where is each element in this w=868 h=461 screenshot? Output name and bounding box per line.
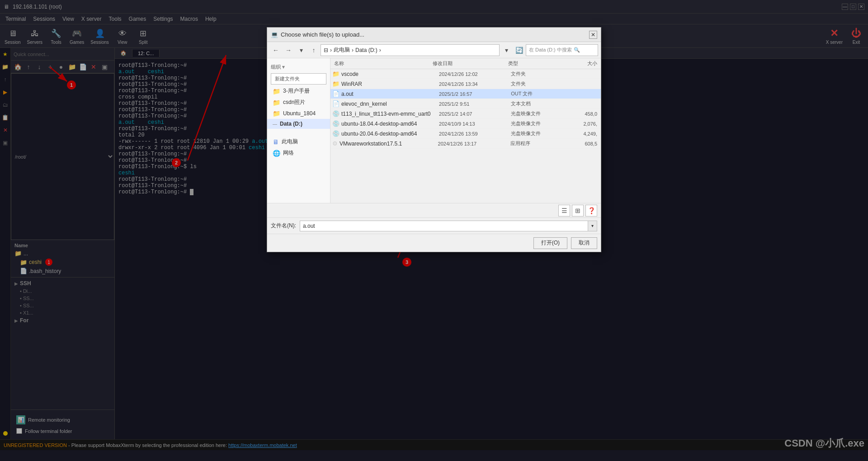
dialog-search-text: 在 Data (D:) 中搜索 [529,47,572,53]
col-header-date[interactable]: 修改日期 [429,58,505,69]
filetype-elevoc: 文本文档 [511,100,559,107]
file-icon-elevoc: 📄 [332,100,340,107]
filetype-winrar: 文件夹 [511,80,559,87]
filedate-elevoc: 2025/1/2 9:51 [439,101,511,107]
dialog-sidebar: 组织 ▾ 新建文件夹 📁 3-用户手册 📁 csdn照片 📁 Ubuntu_18… [267,58,330,203]
filesize-vmware: 608,5 [559,141,601,146]
filetype-vmware: 应用程序 [510,140,559,147]
file-icon-t113: 💿 [332,110,340,117]
filedate-aout: 2025/1/2 16:57 [439,91,511,97]
dialog-overlay: 💻 Choose which file(s) to upload... ✕ ← … [0,0,868,461]
filetype-aout: OUT 文件 [511,90,559,97]
filename-elevoc: elevoc_dnn_kernel [341,101,439,107]
col-header-size[interactable]: 大小 [557,58,601,69]
dialog-cancel-button[interactable]: 取消 [571,237,597,249]
folder-icon-1: 📁 [273,88,280,95]
dialog-titlebar: 💻 Choose which file(s) to upload... ✕ [267,28,601,42]
file-icon-aout: 📄 [332,90,340,97]
filename-winrar: WinRAR [341,81,439,87]
filedate-t113: 2025/1/2 14:07 [439,111,511,117]
filetype-t113: 光盘映像文件 [511,110,559,117]
search-icon: 🔍 [574,47,580,53]
view-list-btn[interactable]: ☰ [558,205,570,216]
dialog-files: 名称 修改日期 类型 大小 📁 vscode 2024/12/26 12:02 … [330,58,601,203]
folder-icon-3: 📁 [273,110,280,117]
view-help-btn[interactable]: ❓ [585,205,597,216]
sidebar-item-network[interactable]: 🌐 网络 [267,147,330,159]
filename-label: 文件名(N): [271,222,296,230]
thispc-icon: 🖥 [273,138,279,146]
filedate-vmware: 2024/12/26 13:17 [438,141,510,146]
filedate-vscode: 2024/12/26 12:02 [439,71,511,77]
file-row-aout[interactable]: 📄 a.out 2025/1/2 16:57 OUT 文件 [330,89,601,99]
file-row-ubuntu20[interactable]: 💿 ubuntu-20.04.6-desktop-amd64 2024/12/2… [330,129,601,139]
filedate-ubuntu20: 2024/12/26 13:59 [439,131,511,136]
dialog-refresh-button[interactable]: 🔄 [513,44,525,56]
sidebar-item-thispc[interactable]: 🖥 此电脑 [267,136,330,147]
sidebar-label-network: 网络 [283,149,294,157]
dialog-title-icon: 💻 [271,31,278,38]
path-part-computer[interactable]: 此电脑 [334,46,350,54]
filetype-ubuntu20: 光盘映像文件 [511,130,559,137]
sidebar-item-folder2[interactable]: 📁 csdn照片 [267,97,330,108]
file-icon-vscode: 📁 [332,71,340,77]
sidebar-item-folder1[interactable]: 📁 3-用户手册 [267,85,330,97]
file-icon-vmware: ⚙ [332,140,338,147]
sidebar-item-data[interactable]: — Data (D:) [267,119,330,129]
dialog-filename-input[interactable]: a.out [300,221,588,231]
filedate-ubuntu18: 2024/10/9 14:13 [439,121,511,127]
col-header-name[interactable]: 名称 [330,58,429,69]
dialog-toolbar: ← → ▾ ↑ ⊟ › 此电脑 › Data (D:) › ▾ 🔄 在 Data… [267,42,601,58]
dash-icon: — [273,122,277,127]
view-grid-btn[interactable]: ⊞ [572,205,584,216]
dialog-body: 组织 ▾ 新建文件夹 📁 3-用户手册 📁 csdn照片 📁 Ubuntu_18… [267,58,601,203]
filename-value: a.out [303,223,315,229]
dialog-back-button[interactable]: ← [270,44,282,56]
file-row-elevoc[interactable]: 📄 elevoc_dnn_kernel 2025/1/2 9:51 文本文档 [330,99,601,109]
path-separator2: › [330,47,332,53]
dialog-forward-button[interactable]: → [283,44,294,56]
path-separator: ⊟ [324,47,328,53]
file-row-ubuntu18[interactable]: 💿 ubuntu-18.04.4-desktop-amd64 2024/10/9… [330,119,601,129]
dialog-open-button[interactable]: 打开(O) [533,237,567,249]
filesize-ubuntu18: 2,076, [559,121,601,127]
dialog-title-left: 💻 Choose which file(s) to upload... [271,31,364,38]
sidebar-label-4: Data (D:) [280,121,302,127]
sidebar-item-folder3[interactable]: 📁 Ubuntu_1804 [267,108,330,119]
file-row-vmware[interactable]: ⚙ VMwareworkstation17.5.1 2024/12/26 13:… [330,139,601,149]
filename-ubuntu20: ubuntu-20.04.6-desktop-amd64 [341,131,439,137]
filename-dropdown-btn[interactable]: ▾ [588,221,597,231]
new-folder-btn[interactable]: 新建文件夹 [271,73,326,85]
filename-ubuntu18: ubuntu-18.04.4-desktop-amd64 [341,121,439,127]
col-header-type[interactable]: 类型 [505,58,557,69]
file-row-vscode[interactable]: 📁 vscode 2024/12/26 12:02 文件夹 [330,69,601,79]
path-part-data[interactable]: Data (D:) [355,47,377,53]
filename-aout: a.out [341,91,439,97]
dialog-dropdown-button[interactable]: ▾ [295,44,307,56]
filesize-ubuntu20: 4,249, [559,131,601,136]
sidebar-label-1: 3-用户手册 [283,87,310,95]
folder-icon-2: 📁 [273,99,280,106]
filename-vscode: vscode [341,71,439,77]
dialog-path-bar: ⊟ › 此电脑 › Data (D:) › [321,44,500,56]
dialog-up-button[interactable]: ↑ [308,44,320,56]
file-row-t113[interactable]: 💿 t113_i_linux_tlt113-evm-emmc_uart0 202… [330,109,601,119]
file-icon-winrar: 📁 [332,80,340,87]
file-icon-ubuntu20: 💿 [332,130,340,137]
filename-t113: t113_i_linux_tlt113-evm-emmc_uart0 [341,111,439,117]
dialog-files-header: 名称 修改日期 类型 大小 [330,58,601,69]
filetype-ubuntu18: 光盘映像文件 [511,120,559,127]
sidebar-label-2: csdn照片 [283,99,305,106]
path-arrow2: › [379,47,381,53]
dialog-close-button[interactable]: ✕ [589,31,597,39]
file-row-winrar[interactable]: 📁 WinRAR 2024/12/26 13:34 文件夹 [330,79,601,89]
file-dialog: 💻 Choose which file(s) to upload... ✕ ← … [267,27,601,252]
dialog-search-bar[interactable]: 在 Data (D:) 中搜索 🔍 [526,44,598,56]
filetype-vscode: 文件夹 [511,71,559,77]
file-icon-ubuntu18: 💿 [332,120,340,127]
dialog-filename-bar: 文件名(N): a.out ▾ [267,217,601,234]
dialog-path-dropdown-btn[interactable]: ▾ [500,44,512,56]
dialog-bottom-toolbar: ☰ ⊞ ❓ [267,203,601,217]
dialog-title-text: Choose which file(s) to upload... [281,31,364,38]
sidebar-label-3: Ubuntu_1804 [283,110,316,117]
